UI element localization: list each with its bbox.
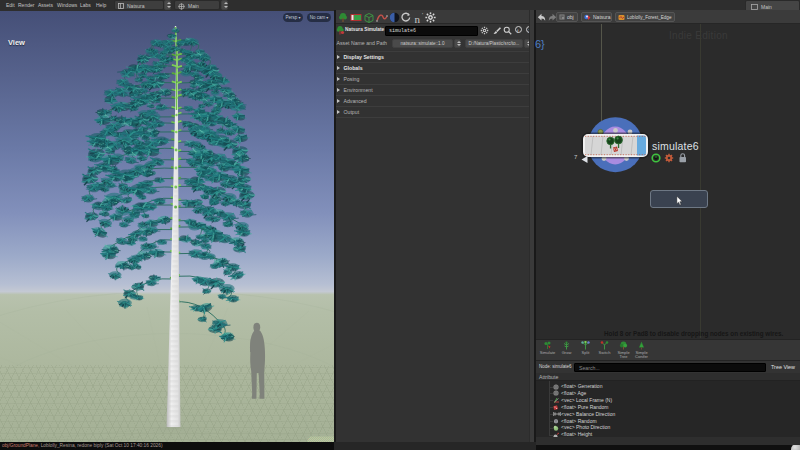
svg-text:n: n	[415, 12, 421, 24]
svg-text:': '	[422, 12, 423, 18]
